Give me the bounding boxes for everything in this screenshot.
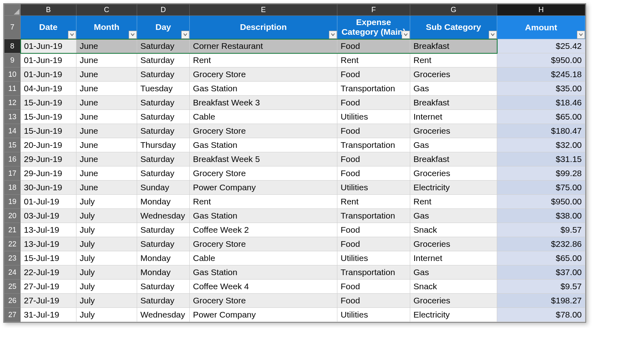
cell-amount[interactable]: $65.00: [497, 110, 585, 124]
row-header[interactable]: 27: [4, 308, 21, 322]
cell-amount[interactable]: $245.18: [497, 67, 585, 82]
cell-category[interactable]: Rent: [337, 53, 410, 67]
cell-amount[interactable]: $950.00: [497, 195, 585, 209]
row-header[interactable]: 21: [4, 223, 21, 237]
cell-day[interactable]: Saturday: [137, 124, 190, 138]
cell-amount[interactable]: $180.47: [497, 124, 585, 138]
cell-amount[interactable]: $950.00: [497, 53, 585, 67]
cell-category[interactable]: Transportation: [337, 265, 410, 280]
cell-description[interactable]: Gas Station: [190, 82, 337, 96]
cell-category[interactable]: Food: [337, 96, 410, 110]
cell-day[interactable]: Monday: [137, 265, 190, 280]
cell-description[interactable]: Power Company: [190, 308, 337, 322]
cell-description[interactable]: Corner Restaurant: [190, 39, 337, 53]
cell-category[interactable]: Food: [337, 152, 410, 166]
row-header-7[interactable]: 7: [4, 16, 21, 39]
cell-day[interactable]: Wednesday: [137, 209, 190, 223]
cell-description[interactable]: Grocery Store: [190, 124, 337, 138]
cell-description[interactable]: Cable: [190, 110, 337, 124]
cell-date[interactable]: 04-Jun-19: [21, 82, 76, 96]
cell-subcategory[interactable]: Electricity: [410, 308, 497, 322]
row-header[interactable]: 23: [4, 251, 21, 265]
cell-category[interactable]: Rent: [337, 195, 410, 209]
col-header-H[interactable]: H: [497, 4, 585, 16]
cell-category[interactable]: Utilities: [337, 308, 410, 322]
row-header[interactable]: 19: [4, 195, 21, 209]
cell-month[interactable]: July: [76, 195, 137, 209]
cell-category[interactable]: Utilities: [337, 110, 410, 124]
cell-description[interactable]: Gas Station: [190, 265, 337, 280]
row-header[interactable]: 14: [4, 124, 21, 138]
cell-category[interactable]: Utilities: [337, 181, 410, 195]
cell-description[interactable]: Grocery Store: [190, 294, 337, 308]
cell-description[interactable]: Gas Station: [190, 209, 337, 223]
cell-subcategory[interactable]: Internet: [410, 110, 497, 124]
row-header[interactable]: 20: [4, 209, 21, 223]
cell-subcategory[interactable]: Rent: [410, 195, 497, 209]
cell-subcategory[interactable]: Internet: [410, 251, 497, 265]
cell-description[interactable]: Grocery Store: [190, 237, 337, 251]
cell-amount[interactable]: $65.00: [497, 251, 585, 265]
cell-day[interactable]: Monday: [137, 195, 190, 209]
row-header[interactable]: 8: [4, 39, 21, 53]
cell-subcategory[interactable]: Groceries: [410, 67, 497, 82]
cell-description[interactable]: Coffee Week 2: [190, 223, 337, 237]
cell-description[interactable]: Grocery Store: [190, 67, 337, 82]
cell-day[interactable]: Sunday: [137, 181, 190, 195]
cell-date[interactable]: 29-Jun-19: [21, 152, 76, 166]
row-header[interactable]: 9: [4, 53, 21, 67]
cell-month[interactable]: July: [76, 251, 137, 265]
cell-date[interactable]: 01-Jun-19: [21, 67, 76, 82]
header-month[interactable]: Month: [76, 16, 137, 39]
cell-category[interactable]: Transportation: [337, 82, 410, 96]
cell-amount[interactable]: $99.28: [497, 166, 585, 181]
cell-subcategory[interactable]: Snack: [410, 280, 497, 294]
cell-month[interactable]: July: [76, 294, 137, 308]
cell-date[interactable]: 29-Jun-19: [21, 166, 76, 181]
col-header-F[interactable]: F: [337, 4, 410, 16]
filter-button[interactable]: [329, 31, 337, 39]
cell-amount[interactable]: $18.46: [497, 96, 585, 110]
cell-subcategory[interactable]: Groceries: [410, 166, 497, 181]
cell-category[interactable]: Food: [337, 39, 410, 53]
cell-day[interactable]: Monday: [137, 251, 190, 265]
row-header[interactable]: 24: [4, 265, 21, 280]
cell-day[interactable]: Saturday: [137, 294, 190, 308]
cell-month[interactable]: July: [76, 237, 137, 251]
cell-subcategory[interactable]: Electricity: [410, 181, 497, 195]
cell-date[interactable]: 27-Jul-19: [21, 294, 76, 308]
cell-description[interactable]: Coffee Week 4: [190, 280, 337, 294]
header-amount[interactable]: Amount: [497, 16, 585, 39]
cell-subcategory[interactable]: Breakfast: [410, 152, 497, 166]
row-header[interactable]: 26: [4, 294, 21, 308]
header-date[interactable]: Date: [21, 16, 76, 39]
cell-day[interactable]: Thursday: [137, 138, 190, 152]
row-header[interactable]: 17: [4, 166, 21, 181]
cell-amount[interactable]: $198.27: [497, 294, 585, 308]
row-header[interactable]: 18: [4, 181, 21, 195]
row-header[interactable]: 25: [4, 280, 21, 294]
cell-day[interactable]: Saturday: [137, 110, 190, 124]
cell-category[interactable]: Utilities: [337, 251, 410, 265]
cell-date[interactable]: 13-Jul-19: [21, 237, 76, 251]
cell-month[interactable]: June: [76, 96, 137, 110]
cell-description[interactable]: Breakfast Week 3: [190, 96, 337, 110]
row-header[interactable]: 10: [4, 67, 21, 82]
cell-amount[interactable]: $37.00: [497, 265, 585, 280]
cell-month[interactable]: July: [76, 308, 137, 322]
cell-description[interactable]: Rent: [190, 53, 337, 67]
col-header-E[interactable]: E: [190, 4, 337, 16]
cell-day[interactable]: Saturday: [137, 166, 190, 181]
cell-subcategory[interactable]: Gas: [410, 82, 497, 96]
cell-day[interactable]: Saturday: [137, 152, 190, 166]
cell-day[interactable]: Saturday: [137, 237, 190, 251]
cell-date[interactable]: 03-Jul-19: [21, 209, 76, 223]
row-header[interactable]: 16: [4, 152, 21, 166]
header-subcategory[interactable]: Sub Category: [410, 16, 497, 39]
cell-month[interactable]: June: [76, 152, 137, 166]
cell-month[interactable]: July: [76, 280, 137, 294]
cell-subcategory[interactable]: Snack: [410, 223, 497, 237]
header-category[interactable]: Expense Category (Main): [337, 16, 410, 39]
cell-amount[interactable]: $9.57: [497, 223, 585, 237]
cell-description[interactable]: Rent: [190, 195, 337, 209]
